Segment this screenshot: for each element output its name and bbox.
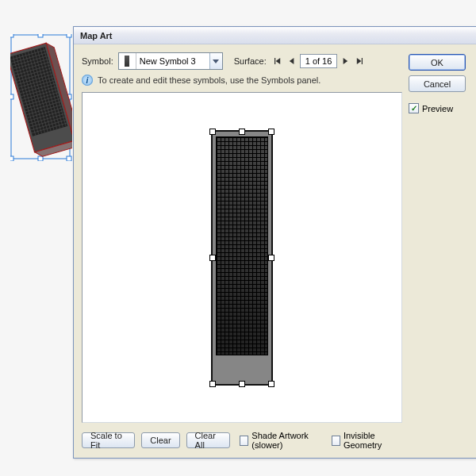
svg-rect-19 bbox=[362, 58, 363, 64]
shade-artwork-label: Shade Artwork (slower) bbox=[251, 431, 325, 450]
checkbox-icon bbox=[332, 436, 340, 446]
checkbox-checked-icon bbox=[409, 103, 419, 113]
map-art-dialog: Map Art Symbol: New Symbol 3 Surface: bbox=[73, 26, 476, 459]
svg-marker-15 bbox=[275, 58, 280, 64]
hint-row: i To create and edit these symbols, use … bbox=[82, 75, 402, 86]
info-icon: i bbox=[82, 75, 93, 86]
chevron-down-icon[interactable] bbox=[209, 53, 222, 69]
next-surface-button[interactable] bbox=[339, 55, 351, 67]
first-surface-button[interactable] bbox=[271, 55, 284, 67]
preview-checkbox[interactable]: Preview bbox=[409, 103, 469, 113]
invisible-geometry-checkbox[interactable]: Invisible Geometry bbox=[332, 431, 402, 450]
symbol-dropdown[interactable]: New Symbol 3 bbox=[118, 52, 223, 70]
symbol-swatch-icon bbox=[119, 53, 136, 69]
surface-readout: 1 of 16 bbox=[300, 54, 338, 68]
svg-marker-13 bbox=[213, 60, 219, 63]
transform-handle[interactable] bbox=[268, 381, 274, 387]
scale-to-fit-button[interactable]: Scale to Fit bbox=[82, 432, 135, 448]
transform-handle[interactable] bbox=[239, 381, 245, 387]
preview-label: Preview bbox=[422, 104, 453, 113]
clear-button[interactable]: Clear bbox=[141, 432, 179, 448]
transform-handle[interactable] bbox=[268, 255, 274, 261]
svg-marker-17 bbox=[344, 58, 348, 64]
transform-handle[interactable] bbox=[209, 381, 216, 387]
svg-rect-5 bbox=[38, 34, 43, 37]
transform-handle[interactable] bbox=[239, 129, 245, 135]
transform-handle[interactable] bbox=[268, 129, 274, 135]
svg-rect-14 bbox=[274, 58, 275, 64]
transform-handle[interactable] bbox=[209, 129, 216, 135]
transform-handle[interactable] bbox=[209, 255, 216, 261]
svg-rect-7 bbox=[10, 94, 13, 99]
checkbox-icon bbox=[240, 436, 248, 446]
symbol-value: New Symbol 3 bbox=[136, 53, 209, 69]
clear-all-button[interactable]: Clear All bbox=[186, 432, 231, 448]
invisible-geometry-label: Invisible Geometry bbox=[344, 431, 402, 450]
shade-artwork-checkbox[interactable]: Shade Artwork (slower) bbox=[240, 431, 325, 450]
svg-marker-18 bbox=[357, 58, 362, 64]
hint-text: To create and edit these symbols, use th… bbox=[98, 75, 321, 85]
svg-rect-6 bbox=[38, 156, 43, 161]
svg-rect-1 bbox=[10, 34, 13, 37]
svg-rect-2 bbox=[67, 34, 71, 37]
last-surface-button[interactable] bbox=[353, 55, 366, 67]
cancel-button[interactable]: Cancel bbox=[409, 75, 466, 92]
surface-label: Surface: bbox=[234, 56, 267, 66]
dialog-title: Map Art bbox=[80, 31, 113, 40]
ok-button[interactable]: OK bbox=[409, 54, 466, 71]
svg-marker-16 bbox=[290, 58, 294, 64]
mapped-artwork[interactable] bbox=[212, 131, 272, 385]
svg-rect-3 bbox=[10, 156, 13, 161]
svg-rect-4 bbox=[67, 156, 71, 161]
artboard-3d-object bbox=[10, 34, 72, 163]
previous-surface-button[interactable] bbox=[286, 55, 298, 67]
dialog-titlebar[interactable]: Map Art bbox=[74, 27, 476, 44]
map-art-canvas[interactable] bbox=[82, 92, 402, 423]
symbol-label: Symbol: bbox=[82, 56, 113, 66]
